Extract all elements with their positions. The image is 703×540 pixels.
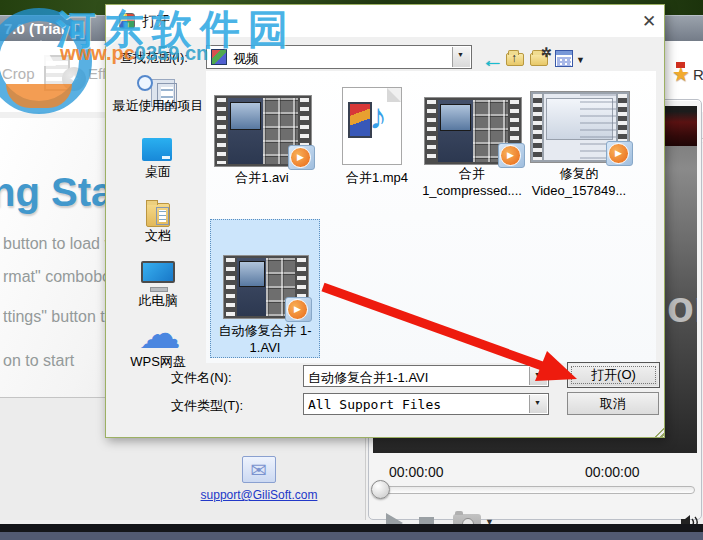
close-icon[interactable]: ✕ bbox=[639, 11, 659, 32]
time-total: 00:00:00 bbox=[585, 464, 640, 480]
watermark-url-prefix: www.pc bbox=[60, 42, 135, 64]
register-star-icon[interactable]: ★ bbox=[672, 62, 690, 86]
video-watermark-text: om bbox=[667, 282, 697, 332]
filename-label: 文件名(N): bbox=[171, 369, 232, 387]
filetype-label: 文件类型(T): bbox=[171, 397, 243, 415]
documents-folder-icon[interactable] bbox=[146, 203, 170, 227]
place-this-pc[interactable]: 此电脑 bbox=[108, 293, 208, 308]
file-item-label[interactable]: 合并 1_compressed.... bbox=[412, 165, 532, 199]
back-icon[interactable]: ← bbox=[482, 47, 504, 73]
new-folder-icon[interactable]: ✲ bbox=[530, 53, 548, 66]
selected-file-label: 自动修复合并 1-1.AVI bbox=[212, 322, 318, 356]
place-documents[interactable]: 文档 bbox=[108, 228, 208, 243]
video-thumbnail bbox=[223, 255, 309, 319]
desktop-icon[interactable] bbox=[142, 138, 172, 161]
file-item-label[interactable]: 合并1.avi bbox=[202, 169, 322, 186]
video-thumbnail[interactable] bbox=[530, 91, 630, 163]
up-one-level-icon[interactable]: ↑ bbox=[506, 53, 524, 66]
taskbar[interactable] bbox=[0, 524, 703, 540]
media-file-icon[interactable]: ♪ bbox=[342, 87, 402, 165]
watermark-site-url: www.pc0359.cn bbox=[60, 42, 208, 65]
music-note-icon: ♪ bbox=[369, 96, 387, 138]
getting-started-step: rmat" combobox bbox=[3, 268, 119, 286]
filetype-combobox[interactable]: All Support Files bbox=[303, 393, 549, 415]
place-wps-cloud[interactable]: WPS网盘 bbox=[108, 354, 208, 369]
play-overlay-icon bbox=[285, 297, 312, 322]
clock-icon bbox=[137, 75, 153, 91]
play-overlay-icon bbox=[288, 145, 315, 170]
support-email-link[interactable]: support@GiliSoft.com bbox=[196, 488, 322, 502]
screen: 7.0 (Trial Crop ✦ Effe ★ R Getting Start… bbox=[0, 0, 703, 540]
video-thumbnail[interactable] bbox=[214, 95, 312, 167]
play-overlay-icon bbox=[606, 141, 633, 166]
view-menu-icon[interactable] bbox=[555, 50, 573, 67]
document-sheet bbox=[156, 207, 169, 225]
filename-combobox[interactable]: 自动修复合并1-1.AVI bbox=[303, 365, 549, 387]
dropdown-arrow-icon[interactable] bbox=[529, 367, 547, 385]
sparkle-glyph: ✲ bbox=[541, 45, 552, 60]
video-thumbnail[interactable] bbox=[424, 97, 522, 165]
dropdown-arrow-icon[interactable] bbox=[452, 47, 470, 67]
watermark-logo-arrow bbox=[26, 40, 56, 66]
dropdown-arrow-icon[interactable] bbox=[529, 395, 547, 413]
wps-cloud-icon[interactable]: ☁ bbox=[139, 313, 181, 355]
open-file-dialog: 打开 ✕ 查找范围(I): 视频 ← ↑ ✲ ▼ ∧ 最近使用的项目 桌面 bbox=[105, 4, 665, 438]
view-menu-caret[interactable]: ▼ bbox=[576, 55, 585, 65]
filetype-value: All Support Files bbox=[308, 397, 441, 412]
watermark-url-suffix: 0359.cn bbox=[135, 42, 208, 64]
getting-started-step: on to start bbox=[3, 352, 74, 370]
resize-grip[interactable] bbox=[652, 425, 664, 437]
register-button-label[interactable]: R bbox=[693, 66, 703, 83]
file-item-label[interactable]: 合并1.mp4 bbox=[332, 169, 422, 186]
seek-slider-track[interactable] bbox=[375, 486, 695, 494]
place-desktop[interactable]: 桌面 bbox=[108, 164, 208, 179]
email-envelope-icon[interactable]: ✉ bbox=[242, 456, 276, 483]
filename-value[interactable]: 自动修复合并1-1.AVI bbox=[308, 369, 428, 387]
file-item-label[interactable]: 修复的 Video_157849... bbox=[518, 165, 640, 199]
seek-slider-thumb[interactable] bbox=[371, 480, 390, 499]
time-elapsed: 00:00:00 bbox=[389, 464, 444, 480]
selected-file-item[interactable]: 自动修复合并 1-1.AVI bbox=[210, 219, 320, 358]
this-pc-icon[interactable] bbox=[141, 261, 175, 283]
place-recent-items[interactable]: 最近使用的项目 bbox=[108, 98, 208, 113]
monitor-stand bbox=[150, 287, 168, 292]
open-button[interactable]: 打开(O) bbox=[567, 362, 660, 388]
getting-started-step: button to load vi bbox=[3, 235, 116, 253]
cancel-button[interactable]: 取消 bbox=[567, 392, 659, 415]
up-arrow-glyph: ↑ bbox=[511, 51, 517, 65]
